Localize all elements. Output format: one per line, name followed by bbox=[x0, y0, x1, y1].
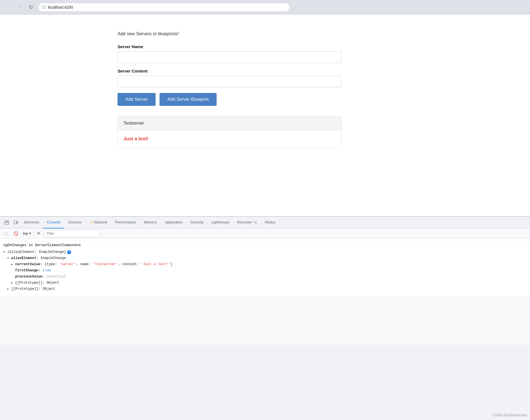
current-name: 'Testserver' bbox=[93, 262, 118, 267]
server-name-label: Server Name bbox=[118, 44, 530, 49]
current-close: } bbox=[170, 262, 173, 267]
tab-redux-label: Redux bbox=[265, 220, 276, 224]
tab-redux[interactable]: Redux bbox=[261, 217, 280, 228]
tab-elements-label: Elements bbox=[24, 220, 39, 224]
current-val: {type: bbox=[44, 262, 59, 267]
tab-lighthouse-label: Lighthouse bbox=[211, 220, 229, 224]
svg-rect-2 bbox=[7, 221, 9, 222]
server-card-header: Testserver bbox=[118, 116, 341, 130]
tab-elements[interactable]: Elements bbox=[20, 217, 43, 228]
current-type: 'server' bbox=[59, 262, 76, 267]
previous-val: undefined bbox=[47, 274, 66, 279]
watermark: CSDN @GoldenArcher bbox=[493, 413, 527, 417]
first-change-row: firstChange: true bbox=[3, 267, 527, 274]
proto-outer-row[interactable]: ▶ [[Prototype]]: Object bbox=[3, 286, 527, 292]
previous-key: previousValue: bbox=[15, 274, 47, 279]
alias-element-row[interactable]: ▼ aliasElement: SimpleChange bbox=[3, 255, 527, 261]
inspect-element-icon[interactable] bbox=[2, 218, 11, 227]
tab-console[interactable]: Console bbox=[43, 217, 64, 228]
current-key: currentValue: bbox=[15, 262, 44, 267]
tab-network-label: Network bbox=[94, 220, 107, 224]
server-name-input[interactable] bbox=[118, 51, 341, 63]
server-card: Testserver Just a test! bbox=[118, 116, 341, 148]
proto-outer-key: [[Prototype]]: bbox=[11, 286, 43, 292]
info-badge: i bbox=[67, 250, 71, 254]
address-bar[interactable]: ⓘ localhost:4200 bbox=[38, 3, 290, 12]
first-change-val: true bbox=[43, 268, 51, 273]
previous-value-row: previousValue: undefined bbox=[3, 274, 527, 280]
server-content-group: Server Content bbox=[118, 69, 530, 87]
clear-console-button[interactable]: ◌ bbox=[2, 230, 10, 237]
alias-val: SimpleChange bbox=[41, 255, 66, 261]
current-comma1: , name: bbox=[76, 262, 93, 267]
server-card-body: Just a test! bbox=[118, 130, 341, 147]
current-comma2: , content: bbox=[118, 262, 141, 267]
proto-outer-val: Object bbox=[43, 286, 55, 292]
context-dropdown-icon: ▼ bbox=[29, 232, 31, 235]
tab-network[interactable]: ⚠ Network bbox=[86, 217, 111, 228]
proto-inner-toggle[interactable]: ▶ bbox=[11, 281, 15, 285]
current-value-row[interactable]: ▶ currentValue: {type: 'server' , name: … bbox=[3, 261, 527, 267]
alias-toggle[interactable]: ▼ bbox=[7, 256, 11, 261]
proto-inner-key: [[Prototype]]: bbox=[15, 280, 47, 286]
network-warning-icon: ⚠ bbox=[90, 220, 93, 224]
tab-recorder-label: Recorder ⌥ bbox=[237, 220, 257, 224]
info-icon: ⓘ bbox=[42, 5, 46, 10]
url-text: localhost:4200 bbox=[48, 5, 73, 10]
filter-toggle-button[interactable]: 🚫 bbox=[12, 230, 20, 237]
tree-root-row[interactable]: ▼ {aliasElement: SimpleChange} i bbox=[3, 249, 527, 255]
server-content-input[interactable] bbox=[118, 76, 341, 87]
reload-button[interactable]: ↻ bbox=[27, 3, 35, 11]
page-subtitle: Add new Servers or blueprints! bbox=[118, 31, 530, 36]
tab-security-label: Security bbox=[190, 220, 203, 224]
console-log-entry: ngOnChanges in ServerElementComponent ▼ … bbox=[3, 241, 527, 294]
forward-button[interactable]: → bbox=[16, 3, 24, 11]
console-output: ngOnChanges in ServerElementComponent ▼ … bbox=[0, 239, 530, 296]
tab-application[interactable]: Application bbox=[161, 217, 187, 228]
first-change-key: firstChange: bbox=[15, 268, 43, 273]
tab-sources-label: Sources bbox=[68, 220, 82, 224]
tab-memory-label: Memory bbox=[144, 220, 157, 224]
current-content: 'Just a test!' bbox=[141, 262, 170, 267]
back-button[interactable]: ← bbox=[4, 3, 12, 11]
add-server-button[interactable]: Add Server bbox=[118, 93, 156, 106]
page-content: Add new Servers or blueprints! Server Na… bbox=[0, 15, 530, 216]
alias-key: aliasElement: bbox=[11, 255, 41, 261]
button-row: Add Server Add Server Blueprint bbox=[118, 93, 530, 106]
devtools-toolbar: ◌ 🚫 top ▼ 👁 bbox=[0, 228, 530, 239]
filter-input[interactable] bbox=[44, 230, 100, 237]
tab-performance-label: Performance bbox=[115, 220, 136, 224]
server-content-label: Server Content bbox=[118, 69, 530, 73]
proto-inner-row[interactable]: ▶ [[Prototype]]: Object bbox=[3, 280, 527, 286]
server-name-group: Server Name bbox=[118, 44, 530, 63]
object-tree: ▼ {aliasElement: SimpleChange} i ▼ alias… bbox=[3, 249, 527, 292]
context-value: top bbox=[23, 231, 28, 235]
tab-security[interactable]: Security bbox=[186, 217, 207, 228]
svg-rect-0 bbox=[5, 221, 6, 222]
proto-outer-toggle[interactable]: ▶ bbox=[7, 287, 11, 291]
root-key: {aliasElement: SimpleChange} bbox=[7, 249, 66, 255]
add-blueprint-button[interactable]: Add Server Blueprint bbox=[160, 93, 217, 106]
root-toggle[interactable]: ▼ bbox=[3, 250, 7, 255]
tab-console-label: Console bbox=[47, 220, 60, 224]
tab-memory[interactable]: Memory bbox=[140, 217, 161, 228]
browser-chrome: ← → ↻ ⓘ localhost:4200 bbox=[0, 0, 530, 15]
devtools-panel: Elements Console Sources ⚠ Network Perfo… bbox=[0, 216, 530, 345]
context-selector[interactable]: top ▼ bbox=[21, 231, 33, 236]
tab-sources[interactable]: Sources bbox=[64, 217, 86, 228]
proto-inner-val: Object bbox=[47, 280, 59, 286]
log-text-row: ngOnChanges in ServerElementComponent bbox=[3, 242, 527, 248]
device-toolbar-icon[interactable] bbox=[11, 218, 20, 227]
log-text: ngOnChanges in ServerElementComponent bbox=[3, 242, 81, 248]
svg-rect-4 bbox=[17, 221, 18, 223]
devtools-tabs-bar: Elements Console Sources ⚠ Network Perfo… bbox=[0, 217, 530, 228]
server-card-content: Just a test! bbox=[123, 136, 336, 142]
tab-lighthouse[interactable]: Lighthouse bbox=[207, 217, 233, 228]
tab-performance[interactable]: Performance bbox=[111, 217, 140, 228]
eye-icon-button[interactable]: 👁 bbox=[35, 230, 43, 237]
svg-rect-1 bbox=[5, 223, 9, 225]
tab-application-label: Application bbox=[165, 220, 183, 224]
current-toggle[interactable]: ▶ bbox=[11, 262, 15, 267]
svg-rect-3 bbox=[14, 221, 17, 224]
tab-recorder[interactable]: Recorder ⌥ bbox=[233, 217, 261, 228]
